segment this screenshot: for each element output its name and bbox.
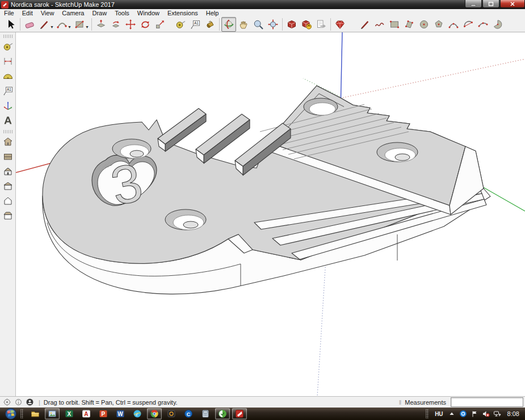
toolbar-grip[interactable] — [3, 130, 12, 133]
paint-bucket-tool[interactable] — [203, 17, 217, 32]
start-button[interactable] — [5, 408, 17, 420]
taskbar-grip[interactable] — [20, 409, 23, 418]
arc2-tool[interactable] — [446, 17, 461, 32]
close-button[interactable] — [500, 0, 525, 8]
send-model-tool[interactable] — [314, 17, 329, 32]
language-indicator[interactable]: HU — [435, 411, 443, 417]
axes-tool[interactable] — [1, 98, 15, 113]
maximize-button[interactable] — [482, 0, 499, 8]
measurements-input[interactable] — [451, 397, 523, 407]
menu-extensions[interactable]: Extensions — [163, 9, 202, 17]
model-viewport[interactable]: 3 — [16, 32, 525, 397]
taskbar-chrome[interactable] — [147, 408, 162, 419]
circle-tool[interactable] — [417, 17, 431, 32]
taskbar-windows-explorer[interactable] — [28, 408, 43, 419]
eraser-tool[interactable] — [22, 17, 37, 32]
hidden-icons-icon[interactable] — [448, 410, 456, 418]
eraser-tool-icon — [24, 19, 35, 30]
taskbar-word[interactable]: W — [113, 408, 128, 419]
select-tool[interactable] — [3, 17, 18, 32]
polygon-tool[interactable] — [431, 17, 446, 32]
two-point-arc-tool[interactable] — [461, 17, 476, 32]
scale-tool[interactable] — [153, 17, 167, 32]
menu-tools[interactable]: Tools — [111, 9, 133, 17]
rectangle-tool[interactable] — [387, 17, 402, 32]
zoom-tool[interactable] — [251, 17, 266, 32]
taskbar-green-app[interactable] — [215, 408, 230, 419]
action-center-icon[interactable] — [471, 410, 478, 418]
pan-tool-icon — [238, 19, 249, 30]
toolbar-grip[interactable] — [3, 35, 12, 38]
pie-tool[interactable] — [490, 17, 505, 32]
menu-help[interactable]: Help — [202, 9, 223, 17]
rotate-tool[interactable] — [138, 17, 153, 32]
geolocation-icon[interactable] — [3, 398, 11, 406]
system-tray: HU 8:08 — [425, 409, 525, 418]
taskbar-sketchup[interactable] — [232, 408, 247, 419]
polygon-tool-icon — [433, 19, 444, 30]
network-icon[interactable] — [493, 410, 501, 418]
draw-line-tool[interactable] — [358, 17, 372, 32]
shape-tool[interactable] — [72, 17, 87, 32]
move-tool[interactable] — [123, 17, 138, 32]
push-pull-tool[interactable] — [94, 17, 108, 32]
menu-view[interactable]: View — [37, 9, 58, 17]
sign-in-icon[interactable] — [26, 398, 34, 406]
tape-measure-tool[interactable] — [173, 17, 188, 32]
taskbar-internet-explorer[interactable]: e — [130, 408, 145, 419]
model-canvas[interactable]: 3 — [16, 32, 525, 397]
share-model-tool[interactable] — [299, 17, 314, 32]
model-info-icon[interactable] — [14, 398, 23, 406]
menu-file[interactable]: File — [0, 9, 18, 17]
follow-me-tool[interactable] — [108, 17, 123, 32]
push-pull-tool-icon — [95, 19, 107, 30]
view-left[interactable] — [1, 208, 15, 223]
arc-tool-icon — [56, 19, 68, 30]
menu-camera[interactable]: Camera — [58, 9, 88, 17]
menu-edit[interactable]: Edit — [18, 9, 37, 17]
green-app-icon — [218, 409, 227, 418]
taskbar-excel[interactable]: X — [62, 408, 77, 419]
volume-muted-icon[interactable] — [482, 410, 490, 418]
arc-tool[interactable] — [54, 17, 69, 32]
view-back[interactable] — [1, 194, 15, 208]
text-tool[interactable]: A1 — [1, 83, 15, 98]
dimension-tool[interactable] — [1, 54, 15, 69]
line-tool[interactable] — [37, 17, 52, 32]
tray-blue-app-icon[interactable] — [459, 410, 467, 418]
zoom-extents-tool[interactable] — [266, 17, 280, 32]
text-tool[interactable]: A1 — [188, 17, 203, 32]
three-point-arc-tool[interactable] — [476, 17, 490, 32]
pan-tool[interactable] — [236, 17, 251, 32]
extension-warehouse-tool[interactable] — [333, 17, 347, 32]
minimize-button[interactable] — [465, 0, 482, 8]
svg-text:C: C — [187, 411, 191, 417]
freehand-tool[interactable] — [372, 17, 387, 32]
move-tool-icon — [125, 19, 136, 30]
view-iso[interactable] — [1, 135, 15, 149]
taskbar-clock[interactable]: 8:08 — [507, 410, 519, 417]
screw-hole — [112, 139, 151, 158]
menu-draw[interactable]: Draw — [88, 9, 111, 17]
sketchup-logo-icon — [1, 1, 9, 9]
view-front[interactable] — [1, 164, 15, 179]
taskbar-powerpoint[interactable]: P — [96, 408, 111, 419]
view-right[interactable] — [1, 179, 15, 194]
menu-window[interactable]: Window — [133, 9, 163, 17]
taskbar-image-viewer[interactable] — [45, 408, 60, 419]
top-toolbar: ▼▼▼A1 — [0, 17, 525, 32]
orbit-tool[interactable] — [221, 17, 236, 32]
rotated-rectangle-tool[interactable] — [402, 17, 417, 32]
view-top[interactable] — [1, 149, 15, 164]
taskbar-blue-app[interactable]: C — [181, 408, 196, 419]
view-front-icon — [2, 166, 14, 177]
three-d-text-tool[interactable] — [1, 113, 15, 128]
tape-measure-tool[interactable] — [1, 39, 15, 54]
get-models-tool[interactable] — [284, 17, 299, 32]
heel-plate-model: 3 — [43, 86, 490, 294]
protractor-tool[interactable] — [1, 69, 15, 83]
tray-grip[interactable] — [426, 409, 429, 418]
taskbar-media-player[interactable] — [164, 408, 179, 419]
taskbar-acrobat[interactable]: A — [79, 408, 94, 419]
taskbar-calculator[interactable] — [198, 408, 213, 419]
